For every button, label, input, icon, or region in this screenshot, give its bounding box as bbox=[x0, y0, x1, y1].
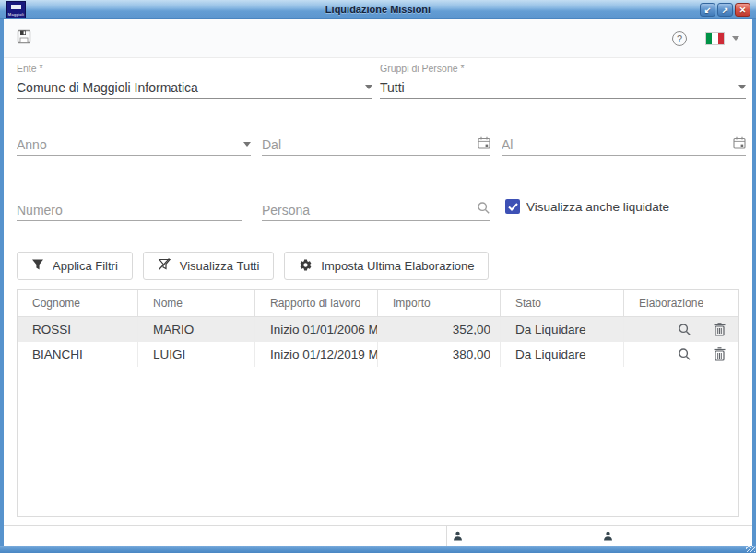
al-date-field[interactable] bbox=[502, 134, 746, 156]
chevron-down-icon bbox=[243, 142, 251, 147]
gruppi-di-persone-select[interactable]: Gruppi di Persone * Tutti bbox=[380, 63, 746, 99]
window-title: Liquidazione Missioni bbox=[0, 4, 756, 15]
window-controls: ↙ ↗ ✕ bbox=[700, 3, 750, 17]
gear-icon bbox=[299, 258, 313, 275]
status-section-user bbox=[597, 526, 752, 546]
visualizza-tutti-button[interactable]: Visualizza Tutti bbox=[143, 252, 274, 280]
floppy-disk-icon bbox=[17, 29, 31, 48]
persona-field[interactable] bbox=[262, 199, 490, 221]
anno-input[interactable] bbox=[17, 134, 243, 155]
cell-rapporto: Inizio 01/01/2006 Ma... bbox=[255, 317, 378, 342]
gruppi-di-persone-value: Tutti bbox=[380, 80, 405, 95]
imposta-ultima-elaborazione-button[interactable]: Imposta Ultima Elaborazione bbox=[284, 252, 489, 280]
column-header-cognome[interactable]: Cognome bbox=[18, 290, 138, 316]
filter-off-icon bbox=[158, 258, 171, 274]
calendar-icon[interactable] bbox=[478, 136, 490, 153]
close-window-button[interactable]: ✕ bbox=[735, 3, 750, 17]
delete-icon[interactable] bbox=[714, 323, 726, 336]
resize-grip[interactable] bbox=[746, 546, 755, 552]
maggioli-logo-word: Maggioli bbox=[8, 12, 24, 17]
column-header-rapporto[interactable]: Rapporto di lavoro bbox=[255, 290, 378, 316]
visualizza-liquidate-option: Visualizza anche liquidate bbox=[505, 199, 669, 214]
app-window: Maggioli Liquidazione Missioni ↙ ↗ ✕ bbox=[0, 0, 756, 553]
window-content: ? Ente * Comune di Maggioli Informatica bbox=[4, 19, 752, 546]
ente-select[interactable]: Ente * Comune di Maggioli Informatica bbox=[17, 63, 372, 99]
chevron-down-icon bbox=[365, 85, 372, 89]
al-input[interactable] bbox=[502, 134, 733, 155]
window-bottom-border bbox=[0, 546, 756, 553]
numero-input[interactable] bbox=[17, 199, 242, 220]
view-detail-icon[interactable] bbox=[678, 347, 691, 361]
cell-elaborazione bbox=[624, 317, 738, 342]
chevron-down-icon bbox=[738, 85, 746, 89]
status-section-user bbox=[446, 526, 597, 546]
gruppi-di-persone-label: Gruppi di Persone * bbox=[380, 63, 746, 76]
ente-value: Comune di Maggioli Informatica bbox=[17, 80, 198, 95]
search-icon[interactable] bbox=[477, 201, 490, 218]
popout-window-button[interactable]: ↗ bbox=[717, 3, 733, 17]
save-button[interactable] bbox=[15, 29, 33, 48]
ente-label: Ente * bbox=[17, 63, 372, 76]
column-header-importo[interactable]: Importo bbox=[378, 290, 501, 316]
table-row[interactable]: BIANCHI LUIGI Inizio 01/12/2019 Ma... 38… bbox=[18, 342, 738, 367]
visualizza-liquidate-label: Visualizza anche liquidate bbox=[526, 200, 669, 214]
delete-icon[interactable] bbox=[714, 347, 726, 361]
cell-nome: LUIGI bbox=[138, 342, 255, 367]
missioni-table: Cognome Nome Rapporto di lavoro Importo … bbox=[17, 289, 739, 517]
table-header: Cognome Nome Rapporto di lavoro Importo … bbox=[18, 290, 738, 317]
toolbar-right: ? bbox=[672, 31, 739, 46]
toolbar: ? bbox=[4, 19, 752, 58]
person-icon bbox=[453, 528, 463, 545]
app-logo: Maggioli bbox=[6, 1, 26, 18]
cell-importo: 352,00 bbox=[378, 317, 501, 342]
applica-filtri-button[interactable]: Applica Filtri bbox=[17, 252, 133, 280]
cell-cognome: BIANCHI bbox=[18, 342, 138, 367]
dal-input[interactable] bbox=[262, 134, 478, 155]
dal-date-field[interactable] bbox=[262, 134, 490, 156]
cell-importo: 380,00 bbox=[378, 342, 501, 367]
visualizza-liquidate-checkbox[interactable] bbox=[505, 199, 520, 214]
column-header-elaborazione[interactable]: Elaborazione bbox=[624, 290, 738, 316]
actions-bar: Applica Filtri Visualizza Tutti Impos bbox=[17, 252, 489, 280]
cell-elaborazione bbox=[624, 342, 738, 367]
numero-field[interactable] bbox=[17, 199, 242, 221]
table-row[interactable]: ROSSI MARIO Inizio 01/01/2006 Ma... 352,… bbox=[18, 317, 738, 342]
column-header-stato[interactable]: Stato bbox=[501, 290, 624, 316]
calendar-icon[interactable] bbox=[733, 136, 746, 153]
maggioli-logo-icon bbox=[11, 5, 21, 9]
titlebar[interactable]: Maggioli Liquidazione Missioni ↙ ↗ ✕ bbox=[0, 0, 756, 19]
persona-input[interactable] bbox=[262, 199, 477, 220]
chevron-down-icon bbox=[732, 36, 739, 41]
cell-stato: Da Liquidare bbox=[501, 317, 624, 342]
view-detail-icon[interactable] bbox=[678, 323, 691, 336]
help-button[interactable]: ? bbox=[672, 31, 687, 46]
language-picker[interactable] bbox=[705, 32, 739, 45]
status-section bbox=[4, 526, 446, 546]
cell-nome: MARIO bbox=[138, 317, 255, 342]
column-header-nome[interactable]: Nome bbox=[138, 290, 255, 316]
italian-flag-icon bbox=[705, 32, 725, 45]
collapse-window-button[interactable]: ↙ bbox=[700, 3, 715, 17]
filter-icon bbox=[31, 258, 44, 274]
cell-stato: Da Liquidare bbox=[501, 342, 624, 367]
cell-cognome: ROSSI bbox=[18, 317, 138, 342]
cell-rapporto: Inizio 01/12/2019 Ma... bbox=[255, 342, 378, 367]
person-icon bbox=[603, 528, 613, 545]
status-bar bbox=[4, 525, 752, 546]
anno-select[interactable] bbox=[17, 134, 251, 156]
